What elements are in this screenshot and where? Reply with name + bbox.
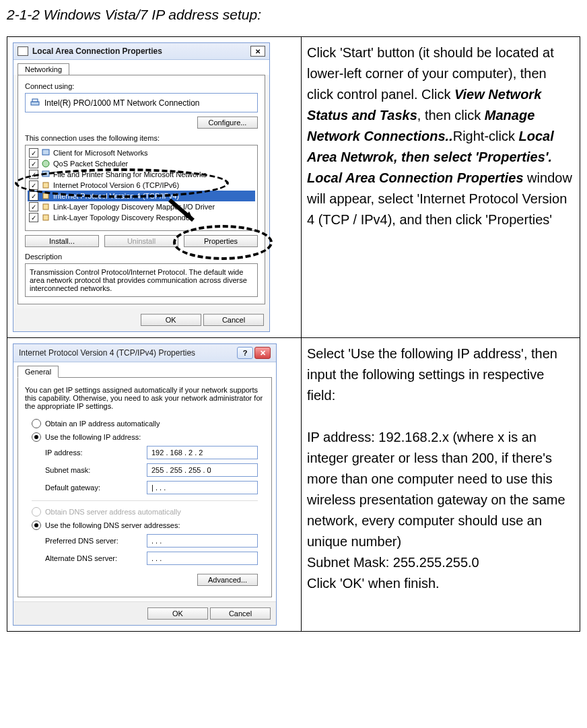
properties-button[interactable]: Properties <box>184 235 258 247</box>
adapter-box: Intel(R) PRO/1000 MT Network Connection <box>25 93 258 112</box>
list-item-label: Internet Protocol Version 4 (TCP/IPv4) <box>53 192 179 200</box>
checkbox-icon[interactable]: ✓ <box>29 148 38 158</box>
tab-general[interactable]: General <box>18 366 59 378</box>
ok-button[interactable]: OK <box>147 607 208 620</box>
list-item[interactable]: ✓ Link-Layer Topology Discovery Responde… <box>28 212 255 223</box>
preferred-dns-input[interactable]: . . . <box>147 534 258 548</box>
close-button[interactable]: ✕ <box>250 46 265 57</box>
install-button[interactable]: Install... <box>25 235 99 247</box>
lacp-titlebar: Local Area Connection Properties ✕ <box>13 43 269 60</box>
instr-p4: Click 'OK' when finish. <box>307 573 574 594</box>
cancel-button[interactable]: Cancel <box>210 607 271 620</box>
radio-use-ip[interactable]: Use the following IP address: <box>32 430 258 444</box>
ok-button[interactable]: OK <box>141 314 201 326</box>
radio-icon <box>32 521 41 530</box>
client-icon <box>41 148 50 158</box>
close-button[interactable]: ✕ <box>254 347 271 359</box>
gateway-label: Default gateway: <box>32 484 147 492</box>
radio-auto-ip[interactable]: Obtain an IP address automatically <box>32 417 258 430</box>
configure-button[interactable]: Configure... <box>197 117 258 129</box>
advanced-button[interactable]: Advanced... <box>197 574 258 586</box>
ip-address-input[interactable]: 192 . 168 . 2 . 2 <box>147 446 258 459</box>
sharing-icon <box>41 170 50 179</box>
ipv4-title: Internet Protocol Version 4 (TCP/IPv4) P… <box>19 348 195 358</box>
radio-label: Use the following DNS server addresses: <box>45 521 180 529</box>
description-text: Transmission Control Protocol/Internet P… <box>25 263 258 297</box>
list-item-label: Link-Layer Topology Discovery Responder <box>53 213 192 222</box>
instr-p1: Select 'Use the following IP address', t… <box>307 343 574 406</box>
ipv4-icon <box>41 191 50 201</box>
adapter-name: Intel(R) PRO/1000 MT Network Connection <box>44 98 200 108</box>
dialog-footer: OK Cancel <box>13 308 269 331</box>
llt-responder-icon <box>41 213 50 222</box>
ipv4-dialog: Internet Protocol Version 4 (TCP/IPv4) P… <box>13 343 277 626</box>
radio-use-dns[interactable]: Use the following DNS server addresses: <box>32 519 258 532</box>
checkbox-icon[interactable]: ✓ <box>29 159 38 168</box>
preferred-dns-label: Preferred DNS server: <box>32 537 147 545</box>
instr-text: Right-click <box>453 129 519 143</box>
checkbox-icon[interactable]: ✓ <box>29 170 38 179</box>
lacp-title: Local Area Connection Properties <box>32 46 162 56</box>
radio-icon <box>32 419 41 428</box>
svg-rect-1 <box>32 99 38 102</box>
tab-strip: Networking <box>13 60 269 75</box>
uninstall-button: Uninstall <box>104 235 178 247</box>
screenshot-cell-1: Local Area Connection Properties ✕ Netwo… <box>7 37 302 338</box>
svg-rect-6 <box>43 193 48 199</box>
list-item-label: Client for Microsoft Networks <box>53 149 148 157</box>
svg-rect-5 <box>43 183 48 188</box>
items-label: This connection uses the following items… <box>25 134 258 142</box>
ipv4-dialog-footer: OK Cancel <box>13 601 276 625</box>
qos-icon <box>41 159 50 168</box>
description-label: Description <box>25 253 258 261</box>
svg-rect-2 <box>42 150 49 155</box>
checkbox-icon[interactable]: ✓ <box>29 180 38 190</box>
items-listbox[interactable]: ✓ Client for Microsoft Networks ✓ QoS Pa… <box>25 145 258 231</box>
lacp-panel: Connect using: Intel(R) PRO/1000 MT Netw… <box>18 75 265 304</box>
instruction-text-2: Select 'Use the following IP address', t… <box>302 338 580 632</box>
list-item[interactable]: ✓ QoS Packet Scheduler <box>28 158 255 169</box>
ipv6-icon <box>41 180 50 190</box>
radio-icon <box>32 507 41 517</box>
instr-p2: IP address: 192.168.2.x (where x is an i… <box>307 427 574 552</box>
ipv4-titlebar: Internet Protocol Version 4 (TCP/IPv4) P… <box>13 344 276 362</box>
instr-text: , then click <box>417 108 485 123</box>
list-item[interactable]: ✓ Client for Microsoft Networks <box>28 147 255 158</box>
ipv4-panel: You can get IP settings assigned automat… <box>18 377 272 597</box>
radio-label: Obtain an IP address automatically <box>45 420 160 428</box>
window-icon <box>18 46 28 56</box>
cancel-button[interactable]: Cancel <box>203 314 264 326</box>
checkbox-icon[interactable]: ✓ <box>29 213 38 222</box>
radio-label: Use the following IP address: <box>45 433 141 441</box>
nic-icon <box>30 96 44 109</box>
svg-rect-0 <box>31 102 39 105</box>
list-item[interactable]: ✓ Link-Layer Topology Discovery Mapper I… <box>28 201 255 212</box>
svg-rect-8 <box>43 215 48 220</box>
list-item-selected[interactable]: ✓ Internet Protocol Version 4 (TCP/IPv4) <box>28 191 255 201</box>
help-button[interactable]: ? <box>237 347 253 359</box>
list-item[interactable]: ✓ Internet Protocol Version 6 (TCP/IPv6) <box>28 180 255 191</box>
list-item[interactable]: ✓ File and Printer Sharing for Microsoft… <box>28 169 255 180</box>
gateway-input[interactable]: | . . . <box>147 481 258 494</box>
svg-rect-7 <box>43 204 48 209</box>
instruction-text-1: Click 'Start' button (it should be locat… <box>302 37 580 338</box>
checkbox-icon[interactable]: ✓ <box>29 191 38 201</box>
screenshot-cell-2: Internet Protocol Version 4 (TCP/IPv4) P… <box>7 338 302 632</box>
checkbox-icon[interactable]: ✓ <box>29 202 38 211</box>
lacp-dialog: Local Area Connection Properties ✕ Netwo… <box>13 42 270 332</box>
tab-networking[interactable]: Networking <box>18 63 69 75</box>
radio-auto-dns: Obtain DNS server address automatically <box>32 505 258 519</box>
svg-rect-4 <box>42 171 49 176</box>
ipv4-tab-strip: General <box>13 362 276 377</box>
subnet-mask-label: Subnet mask: <box>32 466 147 474</box>
list-item-label: File and Printer Sharing for Microsoft N… <box>53 170 207 178</box>
page-title: 2-1-2 Windows Vista/7 IP address setup: <box>7 7 580 23</box>
list-item-label: Link-Layer Topology Discovery Mapper I/O… <box>53 203 215 211</box>
alternate-dns-label: Alternate DNS server: <box>32 554 147 562</box>
alternate-dns-input[interactable]: . . . <box>147 552 258 565</box>
list-item-label: Internet Protocol Version 6 (TCP/IPv6) <box>53 181 179 189</box>
ip-address-label: IP address: <box>32 449 147 457</box>
llt-mapper-icon <box>41 202 50 211</box>
subnet-mask-input[interactable]: 255 . 255 . 255 . 0 <box>147 463 258 477</box>
radio-icon <box>32 432 41 442</box>
